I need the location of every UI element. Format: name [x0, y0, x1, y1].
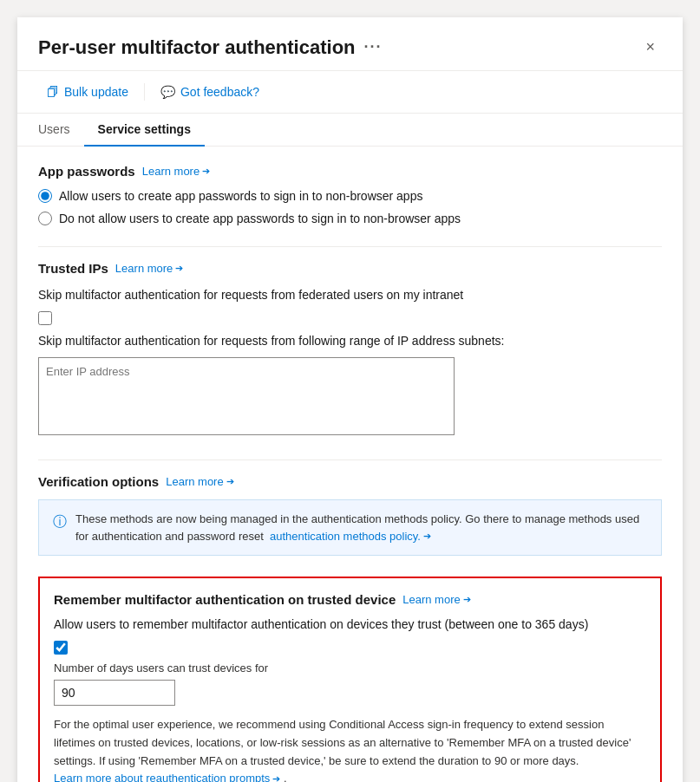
feedback-icon: 💬 [160, 85, 175, 99]
verification-info-text: These methods are now being managed in t… [75, 511, 647, 544]
app-passwords-title: App passwords Learn more ➔ [38, 164, 662, 179]
external-link-icon: ➔ [202, 166, 210, 177]
panel-header: Per-user multifactor authentication ··· … [17, 17, 683, 71]
verification-options-learn-more[interactable]: Learn more ➔ [166, 475, 233, 488]
radio-allow[interactable]: Allow users to create app passwords to s… [38, 189, 662, 203]
external-link-icon-2: ➔ [175, 263, 183, 274]
feedback-label: Got feedback? [180, 85, 259, 99]
panel: Per-user multifactor authentication ··· … [17, 17, 683, 782]
remember-mfa-allow-label: Allow users to remember multifactor auth… [54, 616, 646, 634]
bulk-update-icon: 🗍 [47, 85, 59, 99]
skip-federated-label: Skip multifactor authentication for requ… [38, 286, 662, 304]
bulk-update-button[interactable]: 🗍 Bulk update [38, 80, 137, 104]
app-passwords-learn-more[interactable]: Learn more ➔ [142, 165, 210, 178]
radio-disallow[interactable]: Do not allow users to create app passwor… [38, 212, 662, 225]
content: App passwords Learn more ➔ Allow users t… [17, 147, 683, 782]
radio-allow-input[interactable] [38, 189, 52, 203]
remember-mfa-checkbox-label[interactable] [54, 641, 646, 655]
divider-1 [38, 246, 662, 247]
panel-title: Per-user multifactor authentication ··· [38, 36, 383, 59]
toolbar: 🗍 Bulk update 💬 Got feedback? [17, 71, 683, 114]
section-verification-options: Verification options Learn more ➔ ⓘ Thes… [38, 474, 662, 556]
external-link-icon-6: ➔ [272, 772, 280, 782]
trusted-ips-learn-more[interactable]: Learn more ➔ [115, 262, 183, 275]
external-link-icon-3: ➔ [226, 476, 234, 487]
bulk-update-label: Bulk update [64, 85, 128, 99]
info-icon: ⓘ [53, 512, 67, 544]
close-button[interactable]: × [638, 35, 662, 60]
radio-allow-label: Allow users to create app passwords to s… [59, 189, 422, 203]
trusted-ips-title: Trusted IPs Learn more ➔ [38, 261, 662, 276]
verification-options-title: Verification options Learn more ➔ [38, 474, 662, 489]
skip-federated-checkbox-label[interactable] [38, 311, 662, 325]
skip-ip-label: Skip multifactor authentication for requ… [38, 332, 662, 350]
verification-info-box: ⓘ These methods are now being managed in… [38, 499, 662, 556]
skip-federated-checkbox[interactable] [38, 311, 52, 325]
app-passwords-radio-group: Allow users to create app passwords to s… [38, 189, 662, 225]
divider-2 [38, 459, 662, 460]
external-link-icon-4: ➔ [423, 529, 431, 544]
tab-users[interactable]: Users [38, 114, 84, 147]
radio-disallow-input[interactable] [38, 212, 52, 225]
external-link-icon-5: ➔ [463, 594, 471, 605]
reauthentication-prompts-link[interactable]: Learn more about reauthentication prompt… [54, 770, 280, 782]
section-app-passwords: App passwords Learn more ➔ Allow users t… [38, 164, 662, 225]
auth-methods-policy-link[interactable]: authentication methods policy. ➔ [270, 528, 431, 545]
section-trusted-ips: Trusted IPs Learn more ➔ Skip multifacto… [38, 261, 662, 439]
tab-service-settings[interactable]: Service settings [84, 114, 205, 147]
ip-address-input[interactable] [38, 357, 455, 435]
remember-mfa-checkbox[interactable] [54, 641, 68, 655]
feedback-button[interactable]: 💬 Got feedback? [152, 80, 268, 104]
remember-mfa-title: Remember multifactor authentication on t… [54, 592, 646, 607]
panel-title-dots: ··· [364, 38, 383, 56]
remember-mfa-learn-more[interactable]: Learn more ➔ [402, 593, 470, 606]
section-remember-mfa: Remember multifactor authentication on t… [38, 577, 662, 782]
remember-mfa-note: For the optimal user experience, we reco… [54, 716, 646, 782]
radio-disallow-label: Do not allow users to create app passwor… [59, 212, 461, 225]
days-input[interactable] [54, 680, 175, 706]
days-label: Number of days users can trust devices f… [54, 661, 646, 674]
toolbar-separator [144, 83, 145, 101]
panel-title-text: Per-user multifactor authentication [38, 36, 356, 59]
tabs: Users Service settings [17, 114, 683, 147]
